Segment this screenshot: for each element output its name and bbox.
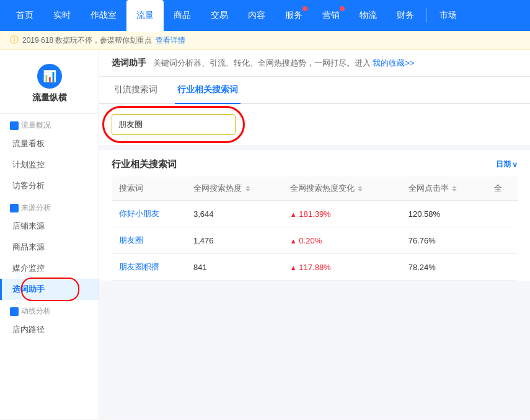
info-bar: ⓘ 2019·618 数据玩不停，参谋帮你划重点 查看详情 [0,31,530,50]
cell-clickrate-2: 76.76% [401,227,487,254]
arrow-up-2: ▲ [290,237,297,245]
col-click-rate[interactable]: 全网点击率 [401,177,487,201]
keyword-link-1[interactable]: 你好小朋友 [119,209,159,218]
nav-market[interactable]: 市场 [430,0,467,31]
top-navigation: 首页 实时 作战室 流量 商品 交易 内容 服务 营销 物流 财务 市场 [0,0,530,31]
cell-extra-2 [487,227,518,254]
sidebar-section-label-path: 动线分析 [21,306,51,317]
table-row: 朋友圈 1,476 ▲ 0.20% 76.76% [112,227,518,254]
sidebar-section-path: 动线分析 [0,300,99,319]
marketing-badge [340,6,345,11]
service-badge [303,6,307,11]
sidebar-logo-icon: 📊 [37,64,62,89]
info-icon: ⓘ [10,35,19,46]
nav-marketing[interactable]: 营销 [312,0,350,31]
main-layout: 📊 流量纵横 流量概况 流量看板 计划监控 访客分析 来源分析 店铺来源 商品来… [0,50,530,419]
arrow-up-3: ▲ [290,264,297,271]
sidebar-item-traffic-board[interactable]: 流量看板 [0,133,99,154]
date-filter[interactable]: 日期 ∨ [496,159,518,170]
cell-extra-3 [487,254,518,281]
col-heat-change[interactable]: 全网搜索热度变化 [283,177,401,201]
nav-home[interactable]: 首页 [6,0,43,31]
nav-traffic[interactable]: 流量 [126,0,164,31]
cell-keyword-3: 朋友圈积攒 [112,254,186,281]
tool-header-title: 选词助手 [112,58,146,68]
keyword-link-3[interactable]: 朋友圈积攒 [119,262,159,271]
sidebar-logo-title: 流量纵横 [32,92,67,103]
cell-heat-3: 841 [186,254,283,281]
sidebar-section-source: 来源分析 [0,196,99,216]
tab-bar: 引流搜索词 行业相关搜索词 [99,77,530,104]
table-row: 朋友圈积攒 841 ▲ 117.88% 78.24% [112,254,518,281]
cell-keyword-1: 你好小朋友 [112,201,186,227]
sidebar-item-word-picker[interactable]: 选词助手 [0,279,99,300]
cell-change-1: ▲ 181.39% [283,201,401,227]
table-title-bar: 行业相关搜索词 日期 ∨ [112,150,518,177]
industry-search-table: 搜索词 全网搜索热度 全网搜索热度变化 全网点击率 [112,177,518,281]
nav-trade[interactable]: 交易 [201,0,238,31]
nav-war-room[interactable]: 作战室 [81,0,126,31]
tab-referral-search[interactable]: 引流搜索词 [112,77,160,104]
table-section: 行业相关搜索词 日期 ∨ 搜索词 全网搜索热度 [99,150,530,281]
nav-content[interactable]: 内容 [238,0,275,31]
sidebar-item-product-source[interactable]: 商品来源 [0,237,99,258]
keyword-link-2[interactable]: 朋友圈 [119,235,143,245]
info-link[interactable]: 查看详情 [156,35,185,46]
section-icon-traffic [10,121,19,130]
sidebar-section-label-traffic: 流量概况 [21,120,51,131]
nav-logistics[interactable]: 物流 [350,0,387,31]
table-wrapper: 搜索词 全网搜索热度 全网搜索热度变化 全网点击率 [112,177,518,281]
nav-realtime[interactable]: 实时 [43,0,81,31]
col-extra: 全 [487,177,518,201]
cell-heat-2: 1,476 [186,227,283,254]
sidebar-item-plan-monitor[interactable]: 计划监控 [0,154,99,175]
col-keyword: 搜索词 [112,177,186,201]
table-section-title: 行业相关搜索词 [112,159,177,170]
change-val-1: 181.39% [299,209,330,219]
sidebar-item-store-path[interactable]: 店内路径 [0,319,99,340]
change-val-3: 117.88% [299,263,330,272]
sort-heat-change [358,186,363,191]
col-search-heat[interactable]: 全网搜索热度 [186,177,283,201]
sidebar-section-label-source: 来源分析 [21,203,51,213]
sidebar-item-shop-source[interactable]: 店铺来源 [0,216,99,237]
section-icon-source [10,204,19,212]
cell-keyword-2: 朋友圈 [112,227,186,254]
sidebar-item-media-monitor[interactable]: 媒介监控 [0,258,99,279]
cell-extra-1 [487,201,518,227]
cell-change-3: ▲ 117.88% [283,254,401,281]
change-val-2: 0.20% [299,236,322,245]
content-area: 选词助手 关键词分析器、引流、转化、全网热搜趋势，一网打尽。进入 我的收藏>> … [99,50,530,419]
cell-change-2: ▲ 0.20% [283,227,401,254]
tool-header-link[interactable]: 我的收藏>> [373,58,414,68]
nav-finance[interactable]: 财务 [387,0,424,31]
nav-products[interactable]: 商品 [164,0,201,31]
cell-heat-1: 3,644 [186,201,283,227]
tab-industry-search[interactable]: 行业相关搜索词 [175,77,241,104]
arrow-up-1: ▲ [290,211,297,218]
sidebar: 📊 流量纵横 流量概况 流量看板 计划监控 访客分析 来源分析 店铺来源 商品来… [0,50,99,419]
cell-clickrate-3: 78.24% [401,254,487,281]
section-icon-path [10,307,19,316]
table-header-row: 搜索词 全网搜索热度 全网搜索热度变化 全网点击率 [112,177,518,201]
search-input[interactable] [112,114,236,135]
sidebar-item-visitor-analysis[interactable]: 访客分析 [0,175,99,196]
nav-service[interactable]: 服务 [275,0,312,31]
cell-clickrate-1: 120.58% [401,201,487,227]
sidebar-section-traffic: 流量概况 [0,114,99,133]
sort-search-heat [245,186,250,191]
sort-click-rate [452,186,457,191]
table-row: 你好小朋友 3,644 ▲ 181.39% 120.58% [112,201,518,227]
tool-header: 选词助手 关键词分析器、引流、转化、全网热搜趋势，一网打尽。进入 我的收藏>> [99,50,530,77]
sidebar-logo: 📊 流量纵横 [0,56,99,114]
search-input-wrapper [112,114,236,135]
nav-divider [426,8,427,23]
info-text: 2019·618 数据玩不停，参谋帮你划重点 [22,35,152,46]
tool-header-desc: 关键词分析器、引流、转化、全网热搜趋势，一网打尽。进入 [153,58,371,68]
search-area [99,104,530,145]
